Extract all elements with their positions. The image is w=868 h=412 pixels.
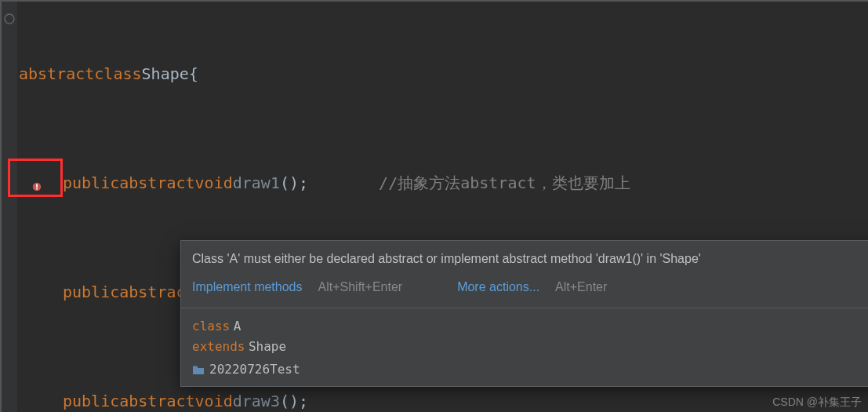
code-line[interactable]: public abstract void draw3(); — [19, 384, 868, 412]
shortcut-label: Alt+Enter — [555, 277, 607, 297]
class-info: class A extends Shape 20220726Test — [192, 316, 868, 380]
keyword: abstract — [19, 61, 94, 86]
keyword: public — [63, 279, 119, 304]
code-line[interactable]: public abstract void draw1();//抽象方法abstr… — [19, 166, 868, 199]
implement-methods-link[interactable]: Implement methods — [192, 277, 303, 297]
actions-row: Implement methods Alt+Shift+Enter More a… — [192, 277, 868, 297]
keyword: abstract — [119, 388, 194, 413]
keyword: void — [195, 170, 233, 195]
brace: { — [189, 61, 198, 86]
gutter — [2, 2, 17, 412]
comment: //抽象方法abstract，类也要加上 — [379, 170, 630, 195]
watermark: CSDN @补集王子 — [772, 393, 862, 410]
highlight-annotation — [8, 159, 63, 197]
keyword: public — [63, 170, 119, 195]
keyword: class — [94, 61, 141, 86]
keyword: abstract — [119, 170, 194, 195]
method-name: draw1 — [233, 170, 280, 195]
info-keyword: extends — [192, 339, 245, 354]
folder-icon — [192, 364, 205, 375]
more-menu-icon[interactable]: ⋮ — [863, 356, 868, 381]
intention-popup[interactable]: ⋮ Class 'A' must either be declared abst… — [180, 240, 868, 387]
code-editor[interactable]: abstract class Shape{ public abstract vo… — [0, 0, 868, 412]
svg-point-0 — [5, 14, 14, 24]
package-label: 20220726Test — [209, 359, 300, 380]
code-line[interactable]: abstract class Shape{ — [19, 57, 868, 90]
divider — [181, 308, 868, 308]
method-name: draw3 — [233, 388, 280, 413]
info-super: Shape — [249, 339, 286, 354]
error-message: Class 'A' must either be declared abstra… — [192, 249, 868, 269]
info-name: A — [234, 319, 242, 334]
class-name: Shape — [142, 61, 189, 86]
punct: (); — [280, 170, 308, 195]
keyword: void — [195, 388, 233, 413]
more-menu-icon[interactable]: ⋮ — [863, 249, 868, 274]
keyword: public — [63, 388, 119, 413]
more-actions-link[interactable]: More actions... — [457, 277, 539, 297]
info-keyword: class — [192, 319, 230, 334]
shortcut-label: Alt+Shift+Enter — [318, 277, 403, 297]
class-gutter-icon — [3, 13, 16, 25]
punct: (); — [280, 388, 308, 413]
